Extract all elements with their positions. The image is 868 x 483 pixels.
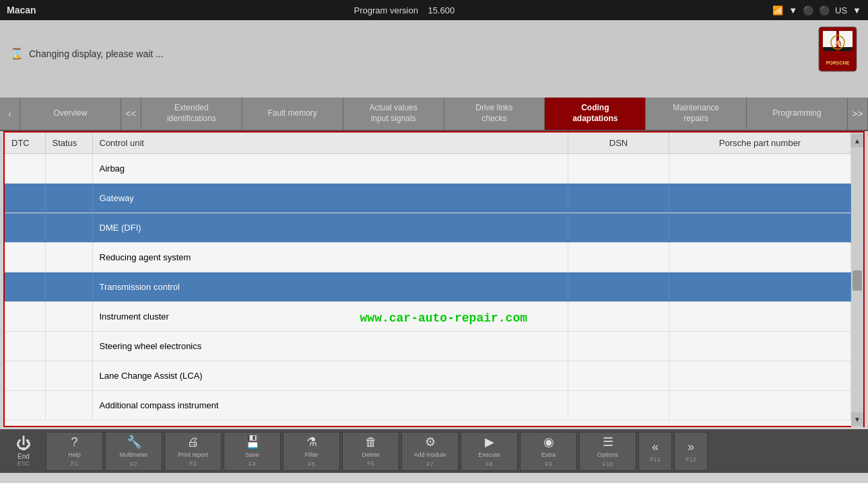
help-button[interactable]: ? Help F1 (46, 432, 103, 471)
end-section: ⏻ End ESC (3, 435, 44, 467)
cell-control-unit: DME (DFI) (92, 213, 568, 243)
cell-status (45, 391, 92, 420)
multimeter-button[interactable]: 🔧 Multimeter F2 (105, 432, 162, 471)
top-bar: Macan Program version 15.600 📶 ▼ ⚫ ⚫ US … (0, 0, 868, 20)
top-bar-right: 📶 ▼ ⚫ ⚫ US ▼ (772, 5, 861, 15)
wait-message: ⌛ Changing display, please wait ... (10, 47, 164, 60)
main-content: DTC Status Control unit DSN Porsche part… (3, 131, 865, 427)
col-header-part-number: Porsche part number (669, 133, 851, 154)
table-row[interactable]: Steering wheel electronics (5, 332, 851, 361)
cell-dsn (568, 332, 669, 361)
tab-programming[interactable]: Programming (747, 98, 848, 130)
filter-button[interactable]: ⚗ Filter F5 (283, 432, 340, 471)
tab-fault-memory[interactable]: Fault memory (242, 98, 343, 130)
cell-dsn (568, 272, 669, 302)
table-row[interactable]: Gateway (5, 184, 851, 213)
app-name: Macan (7, 5, 36, 15)
data-table: DTC Status Control unit DSN Porsche part… (5, 133, 851, 420)
cell-dtc (5, 391, 45, 420)
cell-part-number (669, 391, 851, 420)
save-button[interactable]: 💾 Save F4 (224, 432, 281, 471)
cell-status (45, 154, 92, 184)
cell-part-number (669, 361, 851, 391)
table-container: DTC Status Control unit DSN Porsche part… (5, 133, 851, 427)
tab-drive-links[interactable]: Drive linkschecks (444, 98, 545, 130)
dot-icon: ⚫ (819, 5, 830, 15)
add-module-icon: ⚙ (425, 435, 436, 449)
scroll-down-btn[interactable]: ▼ (851, 412, 863, 426)
bottom-toolbar: ⏻ End ESC ? Help F1 🔧 Multimeter F2 🖨 Pr… (0, 429, 868, 473)
cell-dsn (568, 213, 669, 243)
print-button[interactable]: 🖨 Print report F3 (164, 432, 222, 471)
table-row[interactable]: Additional compass instrument (5, 391, 851, 420)
cell-status (45, 272, 92, 302)
tab-nav-prev[interactable]: << (121, 98, 141, 130)
cell-dtc (5, 272, 45, 302)
prev-button[interactable]: « F11 (638, 432, 672, 471)
cell-control-unit: Reducing agent system (92, 243, 568, 272)
cell-dtc (5, 243, 45, 272)
cell-dtc (5, 332, 45, 361)
cell-status (45, 302, 92, 332)
options-icon: ☰ (603, 435, 613, 449)
cell-part-number (669, 213, 851, 243)
battery-icon: ⚫ (803, 5, 813, 15)
locale: US (835, 5, 847, 15)
options-button[interactable]: ☰ Options F10 (579, 432, 636, 471)
porsche-logo: PORSCHE 🐴 (817, 26, 858, 73)
next-icon: » (688, 440, 694, 454)
extra-button[interactable]: ◉ Extra F9 (520, 432, 577, 471)
cell-control-unit: Gateway (92, 184, 568, 213)
prev-icon: « (652, 440, 659, 454)
tab-nav-next[interactable]: >> (848, 98, 868, 130)
table-row[interactable]: Reducing agent system (5, 243, 851, 272)
cell-control-unit: Airbag (92, 154, 568, 184)
cell-part-number (669, 302, 851, 332)
cell-status (45, 213, 92, 243)
extra-icon: ◉ (543, 435, 554, 449)
cell-status (45, 243, 92, 272)
cell-dsn (568, 154, 669, 184)
program-version: Program version 15.600 (354, 5, 455, 15)
cell-control-unit: Steering wheel electronics (92, 332, 568, 361)
cell-status (45, 184, 92, 213)
locale-arrow: ▼ (853, 5, 861, 15)
end-icon: ⏻ (16, 435, 31, 453)
table-row[interactable]: Airbag (5, 154, 851, 184)
scroll-up-btn[interactable]: ▲ (851, 134, 863, 147)
cell-part-number (669, 154, 851, 184)
add-module-button[interactable]: ⚙ Add module F7 (401, 432, 459, 471)
table-wrapper: DTC Status Control unit DSN Porsche part… (5, 133, 863, 427)
cell-dsn (568, 361, 669, 391)
table-row[interactable]: Instrument clusterwww.car-auto-repair.co… (5, 302, 851, 332)
cell-dtc (5, 213, 45, 243)
tab-nav-back[interactable]: ‹ (0, 98, 20, 130)
svg-text:🐴: 🐴 (834, 39, 842, 47)
cell-dsn (568, 184, 669, 213)
cell-dsn (568, 302, 669, 332)
next-button[interactable]: » F12 (674, 432, 708, 471)
tab-overview[interactable]: Overview (20, 98, 121, 130)
tab-extended-ids[interactable]: Extendedidentifications (141, 98, 242, 130)
col-header-dtc: DTC (5, 133, 45, 154)
tab-actual-values[interactable]: Actual valuesinput signals (343, 98, 444, 130)
tab-maintenance[interactable]: Maintenancerepairs (646, 98, 747, 130)
delete-button[interactable]: 🗑 Delete F6 (342, 432, 399, 471)
cell-status (45, 361, 92, 391)
scrollbar[interactable]: ▲ ▼ (851, 133, 863, 427)
wifi-icon: 📶 (772, 5, 783, 15)
print-icon: 🖨 (187, 435, 199, 449)
cell-control-unit: Instrument clusterwww.car-auto-repair.co… (92, 302, 568, 332)
table-row[interactable]: Transmission control (5, 272, 851, 302)
col-header-control-unit: Control unit (92, 133, 568, 154)
cell-part-number (669, 243, 851, 272)
table-row[interactable]: Lane Change Assist (LCA) (5, 361, 851, 391)
help-icon: ? (71, 435, 77, 449)
cell-control-unit: Lane Change Assist (LCA) (92, 361, 568, 391)
tab-coding[interactable]: Codingadaptations (545, 98, 646, 130)
table-row[interactable]: DME (DFI) (5, 213, 851, 243)
execute-button[interactable]: ▶ Execute F8 (461, 432, 518, 471)
save-icon: 💾 (245, 435, 260, 449)
scroll-thumb[interactable] (853, 270, 862, 291)
end-label: End (18, 453, 30, 460)
